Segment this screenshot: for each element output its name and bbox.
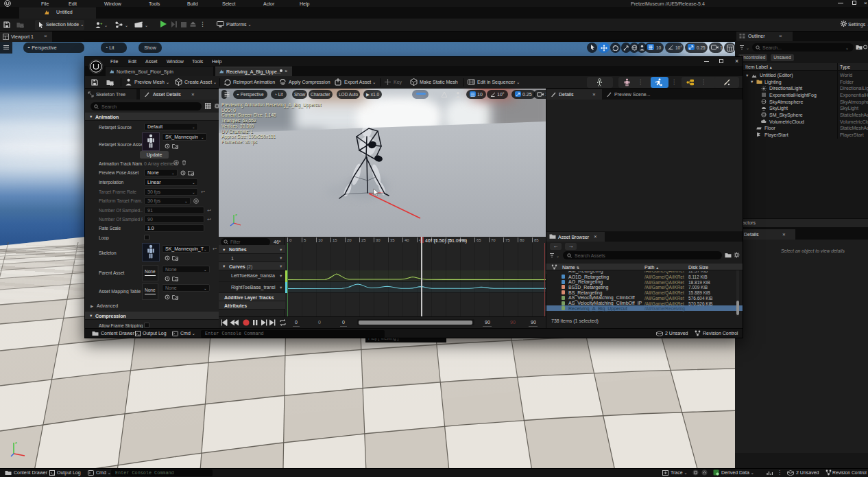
svg-text:z: z xyxy=(235,213,237,217)
svg-text:+: + xyxy=(858,46,860,50)
svg-text:z: z xyxy=(15,441,17,445)
svg-text:+: + xyxy=(100,21,103,25)
